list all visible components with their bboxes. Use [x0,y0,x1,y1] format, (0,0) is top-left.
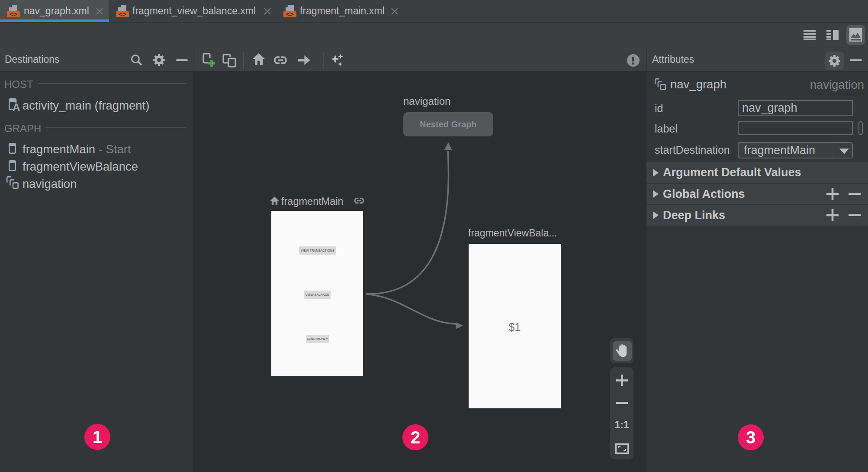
svg-text:<>: <> [119,10,126,18]
svg-text:A: A [13,101,20,111]
svg-text:<>: <> [10,10,17,18]
svg-text:<>: <> [286,10,294,18]
